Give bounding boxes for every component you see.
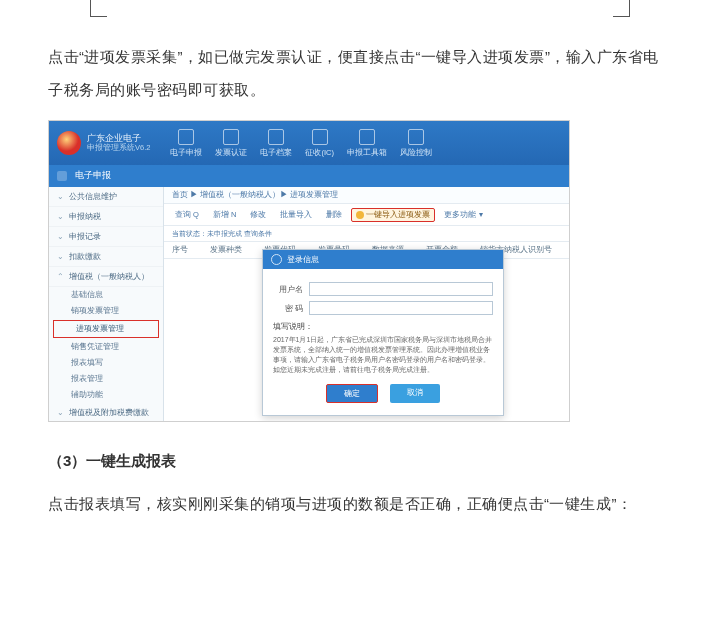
th: 序号 — [172, 245, 188, 255]
ribbon-icon — [57, 171, 67, 181]
sidebar-item[interactable]: ⌄公共信息维护 — [49, 187, 163, 207]
tab-zqzx[interactable]: 征收(IC) — [305, 129, 334, 158]
sidebar-item-zzs[interactable]: ⌃增值税（一般纳税人） — [49, 267, 163, 287]
tab-eshenbao[interactable]: 电子申报 — [170, 129, 202, 158]
brand-line2: 申报管理系统V6.2 — [87, 144, 150, 152]
app-screenshot: 广东企业电子 申报管理系统V6.2 电子申报 发票认证 电子档案 征收(IC) … — [48, 120, 570, 422]
tbtn-more[interactable]: 更多功能 ▾ — [439, 208, 487, 222]
tab-dzcx[interactable]: 电子档案 — [260, 129, 292, 158]
btn-confirm[interactable]: 确定 — [326, 384, 378, 403]
th: 发票种类 — [210, 245, 242, 255]
sidebar-item[interactable]: ⌄申报纳税 — [49, 207, 163, 227]
input-pass[interactable] — [309, 301, 493, 315]
ribbon: 电子申报 — [49, 165, 569, 187]
tab-fapiaorz[interactable]: 发票认证 — [215, 129, 247, 158]
label-pass: 密 码 — [273, 303, 303, 314]
tbtn-del[interactable]: 删除 — [321, 208, 347, 222]
sidebar-sub[interactable]: 销售凭证管理 — [49, 339, 163, 355]
tbtn-add[interactable]: 新增 N — [208, 208, 242, 222]
app-brand: 广东企业电子 申报管理系统V6.2 — [87, 134, 150, 152]
sidebar-sub[interactable]: 基础信息 — [49, 287, 163, 303]
sidebar-sub[interactable]: 辅助功能 — [49, 387, 163, 403]
input-user[interactable] — [309, 282, 493, 296]
hint-title: 填写说明： — [273, 321, 493, 332]
breadcrumb: 首页 ▶ 增值税（一般纳税人）▶ 进项发票管理 — [164, 187, 569, 204]
toolbar: 查询 Q 新增 N 修改 批量导入 删除 一键导入进项发票 更多功能 ▾ — [164, 204, 569, 226]
hint-body: 2017年1月1日起，广东省已完成深圳市国家税务局与深圳市地税局合并发票系统，全… — [273, 335, 493, 376]
gold-dot-icon — [356, 211, 364, 219]
sidebar-sub[interactable]: 报表管理 — [49, 371, 163, 387]
sidebar-sub-jxfp[interactable]: 进项发票管理 — [53, 320, 159, 338]
tab-icon — [223, 129, 239, 145]
btn-cancel[interactable]: 取消 — [390, 384, 440, 403]
sidebar-item[interactable]: ⌄增值税及附加税费缴款 — [49, 403, 163, 422]
label-user: 用户名 — [273, 284, 303, 295]
tab-sbgjx[interactable]: 申报工具箱 — [347, 129, 387, 158]
sidebar-item[interactable]: ⌄申报记录 — [49, 227, 163, 247]
sidebar: ⌄公共信息维护 ⌄申报纳税 ⌄申报记录 ⌄扣款缴款 ⌃增值税（一般纳税人） 基础… — [49, 187, 164, 421]
tab-icon — [312, 129, 328, 145]
crop-mark-tl — [90, 0, 107, 17]
tbtn-import[interactable]: 批量导入 — [275, 208, 317, 222]
ribbon-title: 电子申报 — [75, 170, 111, 182]
paragraph-body: 点击报表填写，核实刚刚采集的销项与进项的数额是否正确，正确便点击“一键生成”： — [48, 487, 672, 520]
paragraph-intro: 点击“进项发票采集”，如已做完发票认证，便直接点击“一键导入进项发票”，输入广东… — [48, 40, 672, 106]
tab-fxtc[interactable]: 风险控制 — [400, 129, 432, 158]
tbtn-edit[interactable]: 修改 — [245, 208, 271, 222]
top-tabs: 电子申报 发票认证 电子档案 征收(IC) 申报工具箱 风险控制 — [170, 129, 432, 158]
section-heading: （3）一键生成报表 — [48, 444, 672, 477]
info-icon — [271, 254, 282, 265]
sidebar-item[interactable]: ⌄扣款缴款 — [49, 247, 163, 267]
dialog-title: 登录信息 — [263, 250, 503, 269]
tab-icon — [178, 129, 194, 145]
sidebar-sub[interactable]: 报表填写 — [49, 355, 163, 371]
subtoolbar: 当前状态：未申报完成 查询条件 — [164, 226, 569, 242]
app-header: 广东企业电子 申报管理系统V6.2 电子申报 发票认证 电子档案 征收(IC) … — [49, 121, 569, 165]
tab-icon — [359, 129, 375, 145]
app-logo-icon — [57, 131, 81, 155]
tab-icon — [408, 129, 424, 145]
tbtn-onekey-import[interactable]: 一键导入进项发票 — [351, 208, 435, 222]
sidebar-sub[interactable]: 销项发票管理 — [49, 303, 163, 319]
tbtn-query[interactable]: 查询 Q — [170, 208, 204, 222]
crop-mark-tr — [613, 0, 630, 17]
login-dialog: 登录信息 用户名 密 码 填写说明： 2017年1月1日起，广东省已完成深圳市国… — [262, 249, 504, 416]
tab-icon — [268, 129, 284, 145]
